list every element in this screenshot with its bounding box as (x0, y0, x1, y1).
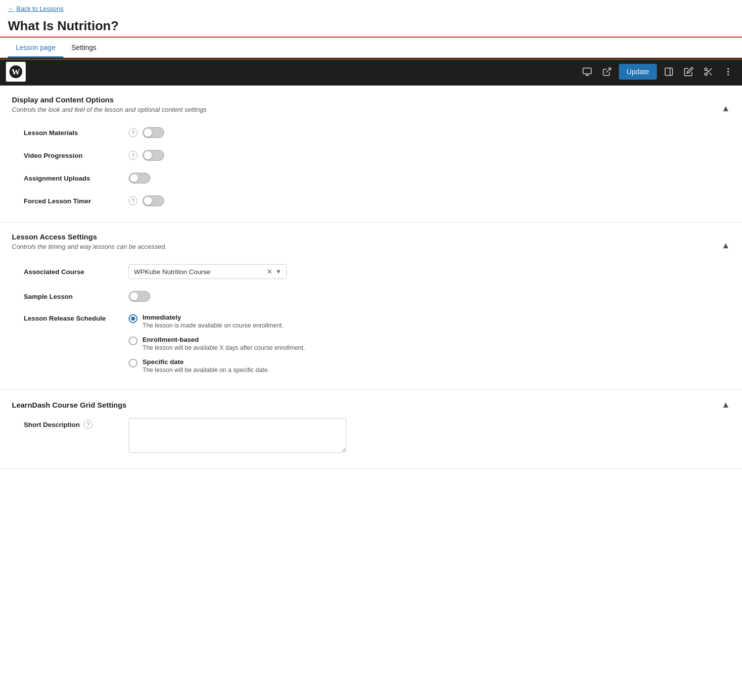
display-content-desc: Controls the look and feel of the lesson… (12, 106, 207, 113)
video-progression-help[interactable]: ? (129, 151, 138, 160)
external-link-icon (602, 67, 612, 77)
more-options-icon (723, 67, 733, 77)
radio-immediately-circle (129, 314, 138, 323)
lesson-release-schedule-row: Lesson Release Schedule Immediately The … (12, 308, 730, 379)
edit-icon-button[interactable] (681, 64, 696, 80)
radio-specific-date-circle (129, 359, 138, 368)
associated-course-row: Associated Course WPKube Nutrition Cours… (12, 258, 730, 285)
associated-course-label: Associated Course (24, 268, 123, 276)
tab-lesson-page[interactable]: Lesson page (8, 39, 63, 58)
display-content-section: Display and Content Options Controls the… (0, 86, 742, 223)
main-content: Display and Content Options Controls the… (0, 86, 742, 469)
radio-enrollment-label: Enrollment-based (142, 336, 305, 343)
video-progression-row: Video Progression ? (12, 144, 730, 167)
svg-point-13 (727, 68, 729, 69)
release-schedule-options: Immediately The lesson is made available… (129, 314, 305, 373)
back-to-lessons-link[interactable]: ← Back to Lessons (0, 0, 742, 16)
radio-specific-date[interactable]: Specific date The lesson will be availab… (129, 358, 305, 373)
update-button[interactable]: Update (619, 64, 657, 80)
course-grid-collapse-icon[interactable]: ▲ (721, 400, 730, 410)
edit-icon (684, 67, 694, 77)
short-description-row: Short Description ? (12, 410, 730, 459)
radio-immediately-desc: The lesson is made available on course e… (142, 322, 283, 329)
svg-rect-2 (583, 68, 592, 74)
wordpress-logo-icon: W (9, 65, 23, 79)
assignment-uploads-toggle[interactable] (129, 173, 150, 184)
sample-lesson-row: Sample Lesson (12, 285, 730, 308)
display-content-collapse-icon[interactable]: ▲ (721, 103, 730, 114)
lesson-access-desc: Controls the timing and way lessons can … (12, 243, 167, 250)
lesson-materials-help[interactable]: ? (129, 128, 138, 137)
scissors-icon (703, 67, 713, 77)
svg-point-14 (727, 71, 729, 72)
short-description-help[interactable]: ? (84, 420, 93, 429)
lesson-access-title: Lesson Access Settings (12, 233, 167, 241)
wp-editor-toolbar: W Update (0, 58, 742, 86)
video-progression-label: Video Progression (24, 152, 123, 159)
sidebar-toggle-button[interactable] (661, 64, 677, 80)
assignment-uploads-label: Assignment Uploads (24, 175, 123, 182)
video-progression-toggle[interactable] (142, 150, 164, 161)
forced-lesson-timer-row: Forced Lesson Timer ? (12, 189, 730, 212)
lesson-materials-row: Lesson Materials ? (12, 121, 730, 144)
course-grid-section: LearnDash Course Grid Settings ▲ Short D… (0, 390, 742, 469)
tools-button[interactable] (700, 64, 716, 80)
radio-immediately[interactable]: Immediately The lesson is made available… (129, 314, 305, 329)
lesson-release-schedule-label: Lesson Release Schedule (24, 314, 123, 322)
display-content-title: Display and Content Options (12, 95, 207, 104)
back-link-label: Back to Lessons (16, 5, 63, 12)
associated-course-value: WPKube Nutrition Course (134, 268, 267, 276)
view-icon-button[interactable] (579, 64, 595, 80)
forced-lesson-timer-label: Forced Lesson Timer (24, 197, 123, 205)
sample-lesson-toggle[interactable] (129, 291, 150, 302)
svg-text:W: W (12, 67, 20, 77)
svg-line-12 (707, 70, 708, 71)
external-link-button[interactable] (599, 64, 615, 80)
course-grid-title: LearnDash Course Grid Settings (12, 401, 127, 409)
tabs-container: Lesson page Settings (0, 39, 742, 58)
back-arrow-icon: ← (8, 5, 14, 12)
forced-lesson-timer-help[interactable]: ? (129, 196, 138, 205)
radio-specific-date-label: Specific date (142, 358, 269, 366)
radio-enrollment-based[interactable]: Enrollment-based The lesson will be avai… (129, 336, 305, 351)
sidebar-icon (664, 67, 674, 77)
lesson-access-section: Lesson Access Settings Controls the timi… (0, 223, 742, 390)
more-options-button[interactable] (720, 64, 736, 80)
lesson-access-collapse-icon[interactable]: ▲ (721, 240, 730, 251)
page-title: What Is Nutrition? (0, 16, 742, 39)
clear-course-icon[interactable]: ✕ (267, 268, 273, 276)
radio-immediately-label: Immediately (142, 314, 283, 321)
dropdown-arrow-icon[interactable]: ▼ (276, 268, 281, 275)
short-description-label: Short Description (24, 421, 80, 428)
svg-point-9 (705, 73, 707, 75)
wp-logo[interactable]: W (6, 62, 26, 82)
tab-settings[interactable]: Settings (63, 39, 104, 58)
svg-line-11 (709, 73, 712, 75)
assignment-uploads-row: Assignment Uploads (12, 167, 730, 189)
short-description-input[interactable] (129, 418, 346, 453)
forced-lesson-timer-toggle[interactable] (142, 195, 164, 206)
associated-course-select[interactable]: WPKube Nutrition Course ✕ ▼ (129, 264, 287, 279)
monitor-icon (582, 67, 592, 77)
svg-rect-6 (665, 68, 673, 75)
svg-line-5 (606, 68, 610, 72)
radio-enrollment-desc: The lesson will be available X days afte… (142, 344, 305, 351)
radio-enrollment-circle (129, 336, 138, 345)
svg-point-8 (705, 68, 707, 70)
lesson-materials-toggle[interactable] (142, 127, 164, 138)
sample-lesson-label: Sample Lesson (24, 293, 123, 300)
lesson-materials-label: Lesson Materials (24, 129, 123, 137)
radio-specific-date-desc: The lesson will be available on a specif… (142, 367, 269, 373)
svg-point-15 (727, 74, 729, 75)
